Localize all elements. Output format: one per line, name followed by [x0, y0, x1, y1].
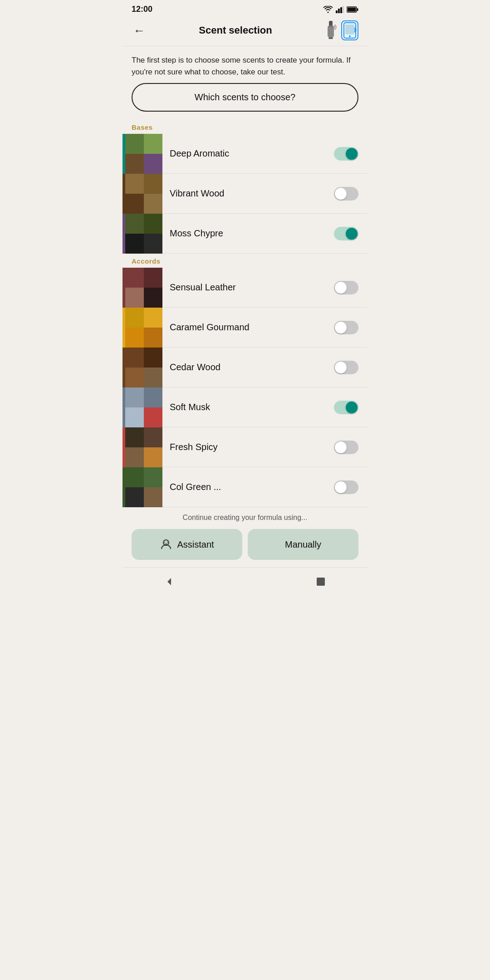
svg-rect-1: [338, 9, 340, 13]
scent-name-col-green: Col Green ...: [162, 482, 334, 492]
scent-name-caramel-gourmand: Caramel Gourmand: [162, 322, 334, 333]
svg-rect-3: [343, 6, 344, 13]
description-text: The first step is to choose some scents …: [122, 46, 368, 83]
battery-icon: [347, 6, 358, 13]
scent-toggle-deep-aromatic[interactable]: [334, 147, 358, 161]
back-button[interactable]: ←: [132, 22, 147, 39]
manually-button[interactable]: Manually: [248, 529, 358, 560]
scent-item-sensual-leather[interactable]: Sensual Leather: [122, 268, 368, 308]
svg-rect-12: [345, 24, 354, 34]
scent-item-caramel-gourmand[interactable]: Caramel Gourmand: [122, 308, 368, 348]
scent-toggle-fresh-spicy[interactable]: [334, 441, 358, 454]
scent-item-vibrant-wood[interactable]: Vibrant Wood: [122, 174, 368, 214]
scent-item-fresh-spicy[interactable]: Fresh Spicy: [122, 427, 368, 467]
scent-item-col-green[interactable]: Col Green ...: [122, 467, 368, 507]
bottom-nav: [122, 567, 368, 598]
scent-item-moss-chypre[interactable]: Moss Chypre: [122, 214, 368, 254]
svg-rect-10: [328, 37, 333, 39]
which-scents-button[interactable]: Which scents to choose?: [132, 83, 358, 112]
recent-nav-button[interactable]: [314, 575, 328, 588]
action-buttons: Assistant Manually: [122, 525, 368, 567]
scent-name-soft-musk: Soft Musk: [162, 402, 334, 412]
scent-thumb-moss-chypre: [122, 214, 162, 254]
scent-toggle-col-green[interactable]: [334, 480, 358, 494]
scent-thumb-cedar-wood: [122, 348, 162, 387]
svg-rect-0: [336, 10, 338, 13]
scent-toggle-caramel-gourmand[interactable]: [334, 321, 358, 334]
scent-thumb-soft-musk: [122, 387, 162, 427]
wifi-icon: [323, 6, 333, 13]
scent-thumb-deep-aromatic: [122, 134, 162, 174]
svg-rect-2: [340, 7, 342, 13]
scent-toggle-soft-musk[interactable]: [334, 401, 358, 414]
back-nav-button[interactable]: [162, 575, 176, 588]
scent-thumb-caramel-gourmand: [122, 308, 162, 348]
svg-rect-19: [317, 578, 325, 586]
status-time: 12:00: [132, 5, 152, 14]
tablet-icon[interactable]: [341, 20, 358, 40]
scent-name-cedar-wood: Cedar Wood: [162, 362, 334, 372]
scent-thumb-fresh-spicy: [122, 427, 162, 467]
svg-rect-5: [357, 8, 358, 11]
scent-item-deep-aromatic[interactable]: Deep Aromatic: [122, 134, 368, 174]
scent-list: BasesDeep AromaticVibrant WoodMoss Chypr…: [122, 120, 368, 507]
scent-toggle-sensual-leather[interactable]: [334, 281, 358, 294]
scent-toggle-vibrant-wood[interactable]: [334, 187, 358, 201]
status-icons: [323, 6, 358, 13]
scent-item-cedar-wood[interactable]: Cedar Wood: [122, 348, 368, 387]
home-nav-button[interactable]: [238, 575, 252, 588]
svg-rect-9: [328, 27, 334, 37]
svg-rect-6: [348, 7, 356, 11]
top-nav: ← Scent selection: [122, 17, 368, 46]
scent-name-deep-aromatic: Deep Aromatic: [162, 148, 334, 159]
section-header-accords: Accords: [122, 254, 368, 268]
scent-item-soft-musk[interactable]: Soft Musk: [122, 387, 368, 427]
continue-bar: Continue creating your formula using...: [122, 507, 368, 525]
scent-name-fresh-spicy: Fresh Spicy: [162, 442, 334, 452]
scent-name-moss-chypre: Moss Chypre: [162, 228, 334, 239]
nav-device-icons: [324, 20, 358, 40]
page-title: Scent selection: [147, 24, 324, 36]
scent-toggle-cedar-wood[interactable]: [334, 361, 358, 374]
diffuser-icon[interactable]: [324, 21, 338, 40]
scent-thumb-vibrant-wood: [122, 174, 162, 214]
assistant-button[interactable]: Assistant: [132, 529, 242, 560]
signal-icon: [336, 6, 344, 13]
scent-toggle-moss-chypre[interactable]: [334, 227, 358, 240]
scent-name-vibrant-wood: Vibrant Wood: [162, 188, 334, 199]
scent-thumb-col-green: [122, 467, 162, 507]
svg-point-13: [349, 35, 351, 37]
section-header-bases: Bases: [122, 120, 368, 134]
scent-thumb-sensual-leather: [122, 268, 162, 308]
svg-marker-17: [167, 578, 171, 585]
scent-name-sensual-leather: Sensual Leather: [162, 282, 334, 293]
assistant-icon: [160, 538, 172, 551]
status-bar: 12:00: [122, 0, 368, 17]
